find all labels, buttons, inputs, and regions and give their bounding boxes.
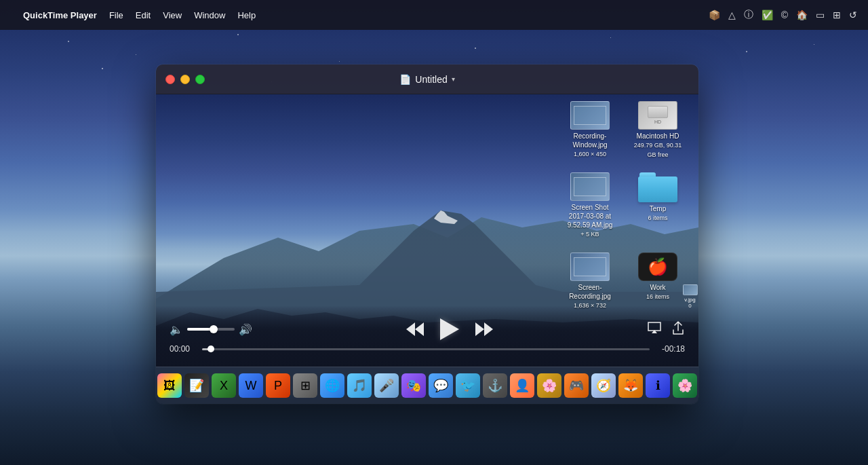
dock-item-5: 💬: [429, 373, 453, 398]
title-dropdown-arrow[interactable]: ▾: [452, 75, 455, 83]
screen-recording-icon: [570, 253, 610, 281]
screenshot-2017-label: Screen Shot 2017-03-08 at9.52.59 AM.jpg+…: [563, 203, 617, 239]
titlebar: 📄 Untitled ▾: [156, 64, 698, 94]
progress-row: 00:00 -00:18: [156, 343, 698, 359]
dock-item-6: ⚓: [483, 373, 507, 398]
icon-screenshot-2017[interactable]: Screen Shot 2017-03-08 at9.52.59 AM.jpg+…: [563, 172, 617, 239]
progress-bar[interactable]: [202, 348, 650, 350]
controls-row: 🔈 🔊: [156, 313, 698, 343]
icon-row-1: Recording-Window.jpg1,600 × 450 HD Macin…: [563, 101, 685, 159]
dock-item-4: 🎭: [401, 373, 426, 398]
dock-notes: 📝: [184, 373, 209, 398]
video-dock: 🔵 🌐 ✉ 👤 📅 🖼 📝 X W P ⊞ 🌐 🎵 🎤 🎭 💬 🐦 ⚓ 👤 🌸 …: [156, 367, 698, 404]
dock-word: W: [239, 373, 263, 398]
menu-view[interactable]: View: [163, 10, 182, 20]
icon-row-2: Screen Shot 2017-03-08 at9.52.59 AM.jpg+…: [563, 172, 685, 239]
volume-high-icon: 🔊: [239, 323, 252, 336]
airplay-menu-icon[interactable]: ▭: [816, 10, 825, 20]
timemachine-icon[interactable]: ↺: [849, 10, 857, 20]
icon-screen-recording[interactable]: Screen-Recording.jpg1,636 × 732: [563, 253, 617, 310]
dock-photos: 🖼: [157, 373, 182, 398]
screenshot-2017-icon: [570, 172, 610, 201]
maximize-button[interactable]: [195, 75, 205, 84]
menu-help[interactable]: Help: [237, 10, 256, 20]
dock-info: ℹ: [646, 373, 670, 398]
work-folder-label: Work16 items: [646, 283, 669, 301]
icon-row-3: Screen-Recording.jpg1,636 × 732 🍎 Work16…: [563, 253, 685, 310]
macintosh-hd-label: Macintosh HD249.79 GB, 90.31 GB free: [631, 132, 685, 159]
dock-item-9: 🎮: [564, 373, 589, 398]
clipboard-icon[interactable]: ©: [781, 10, 788, 20]
video-area[interactable]: Recording-Window.jpg1,600 × 450 HD Macin…: [156, 94, 698, 404]
right-controls: [647, 320, 685, 339]
desktop-icons: Recording-Window.jpg1,600 × 450 HD Macin…: [563, 101, 685, 310]
icon-work-folder[interactable]: 🍎 Work16 items: [631, 253, 685, 310]
grid-icon[interactable]: ⊞: [833, 10, 841, 20]
work-folder-icon: 🍎: [638, 253, 677, 281]
icon-recording-window[interactable]: Recording-Window.jpg1,600 × 450: [563, 101, 617, 159]
menu-file[interactable]: File: [109, 10, 123, 20]
edge-icon-img: [683, 284, 698, 295]
volume-slider[interactable]: [187, 328, 235, 331]
airplay-button[interactable]: [647, 321, 662, 338]
traffic-lights: [165, 75, 205, 84]
dock-item-8: 🌸: [537, 373, 561, 398]
svg-marker-4: [484, 322, 493, 336]
svg-marker-3: [475, 322, 484, 336]
svg-marker-2: [440, 318, 459, 340]
dock-excel: X: [212, 373, 236, 398]
controls-overlay: 🔈 🔊: [156, 305, 698, 367]
dock-powerpoint: P: [266, 373, 290, 398]
playback-buttons: [406, 318, 493, 340]
dock-item-11: 🌸: [673, 373, 697, 398]
icon-temp-folder[interactable]: Temp6 items: [631, 172, 685, 239]
dropbox-icon[interactable]: 📦: [709, 10, 720, 20]
dock-item-10: 🧭: [591, 373, 616, 398]
window-title-area: 📄 Untitled ▾: [399, 74, 454, 85]
play-button[interactable]: [440, 318, 459, 340]
dashlane-icon[interactable]: ⓘ: [744, 9, 753, 21]
svg-marker-0: [415, 322, 424, 336]
window-title: Untitled: [415, 74, 447, 85]
recording-window-icon: [570, 101, 610, 130]
menubar: QuickTime Player File Edit View Window H…: [0, 0, 868, 30]
minimize-button[interactable]: [180, 75, 190, 84]
rewind-button[interactable]: [406, 322, 424, 336]
dock-item-2: 🎵: [347, 373, 372, 398]
app-name[interactable]: QuickTime Player: [23, 10, 97, 20]
time-remaining: -00:18: [656, 344, 685, 354]
volume-control: 🔈 🔊: [170, 323, 252, 336]
dock-item-3: 🎤: [374, 373, 399, 398]
dock-activity: ⊞: [293, 373, 317, 398]
icon-macintosh-hd[interactable]: HD Macintosh HD249.79 GB, 90.31 GB free: [631, 101, 685, 159]
temp-folder-label: Temp6 items: [648, 204, 667, 223]
document-icon: 📄: [399, 74, 411, 85]
progress-thumb: [208, 346, 214, 352]
quicktime-window: 📄 Untitled ▾: [156, 64, 698, 404]
home-icon[interactable]: 🏠: [796, 10, 808, 20]
svg-marker-1: [406, 322, 415, 336]
dock-item-7: 👤: [510, 373, 534, 398]
share-button[interactable]: [671, 320, 685, 339]
menubar-left: QuickTime Player File Edit View Window H…: [11, 10, 256, 20]
dock-ie: 🌐: [320, 373, 344, 398]
volume-low-icon[interactable]: 🔈: [170, 323, 183, 336]
time-current: 00:00: [170, 344, 195, 354]
recording-window-label: Recording-Window.jpg1,600 × 450: [563, 132, 617, 159]
system-icon[interactable]: ✅: [762, 10, 773, 20]
dock-twitter: 🐦: [456, 373, 480, 398]
macintosh-hd-icon: HD: [638, 101, 677, 130]
temp-folder-icon: [638, 172, 677, 202]
fastforward-button[interactable]: [475, 322, 493, 336]
volume-thumb: [210, 325, 218, 333]
menu-edit[interactable]: Edit: [136, 10, 151, 20]
drive-icon[interactable]: △: [728, 10, 736, 20]
dock-firefox: 🦊: [618, 373, 643, 398]
close-button[interactable]: [165, 75, 175, 84]
menu-window[interactable]: Window: [194, 10, 225, 20]
menubar-right: 📦 △ ⓘ ✅ © 🏠 ▭ ⊞ ↺: [709, 9, 857, 21]
